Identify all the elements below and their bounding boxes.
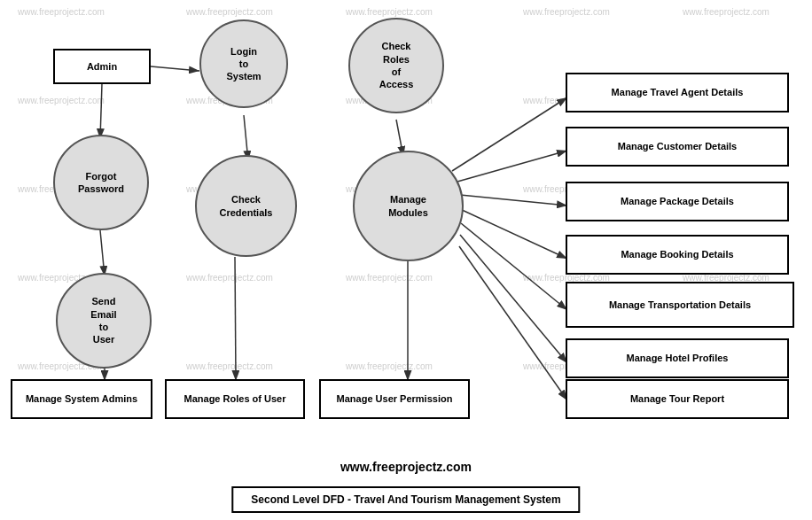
watermark-22: www.freeprojectz.com — [186, 361, 273, 371]
watermark-3: www.freeprojectz.com — [346, 7, 433, 17]
footer-url: www.freeprojectz.com — [0, 460, 812, 474]
svg-line-1 — [151, 66, 199, 71]
manage-modules-node: ManageModules — [353, 151, 464, 261]
watermark-5: www.freeprojectz.com — [683, 7, 769, 17]
login-node: LogintoSystem — [199, 19, 288, 108]
watermark-18: www.freeprojectz.com — [346, 273, 433, 283]
footer-title: Second Level DFD - Travel And Tourism Ma… — [231, 486, 580, 513]
svg-line-10 — [460, 235, 567, 363]
send-email-node: SendEmailtoUser — [56, 273, 152, 369]
svg-line-5 — [100, 230, 105, 276]
watermark-2: www.freeprojectz.com — [186, 7, 273, 17]
manage-package-node: Manage Package Details — [566, 182, 789, 221]
forgot-password-node: ForgotPassword — [53, 135, 149, 230]
manage-customer-node: Manage Customer Details — [566, 127, 789, 167]
check-roles-node: CheckRolesofAccess — [348, 18, 444, 113]
svg-line-4 — [100, 84, 102, 139]
svg-line-9 — [459, 246, 567, 400]
svg-line-11 — [461, 223, 567, 310]
svg-line-7 — [235, 257, 236, 381]
manage-booking-node: Manage Booking Details — [566, 235, 789, 275]
check-credentials-node: CheckCredentials — [195, 155, 297, 257]
manage-roles-node: Manage Roles of User — [165, 379, 305, 419]
svg-line-13 — [460, 195, 567, 206]
manage-transport-node: Manage Transportation Details — [566, 282, 794, 328]
svg-line-15 — [452, 97, 567, 171]
manage-hotel-node: Manage Hotel Profiles — [566, 338, 789, 378]
svg-line-14 — [457, 151, 567, 182]
manage-user-permission-node: Manage User Permission — [319, 379, 470, 419]
watermark-1: www.freeprojectz.com — [18, 7, 105, 17]
manage-tour-node: Manage Tour Report — [566, 379, 789, 419]
svg-line-12 — [460, 209, 567, 259]
watermark-4: www.freeprojectz.com — [523, 7, 610, 17]
watermark-17: www.freeprojectz.com — [186, 273, 273, 283]
watermark-6: www.freeprojectz.com — [18, 96, 105, 105]
manage-travel-node: Manage Travel Agent Details — [566, 73, 789, 113]
watermark-23: www.freeprojectz.com — [346, 361, 433, 371]
diagram-container: www.freeprojectz.com www.freeprojectz.co… — [0, 0, 812, 520]
manage-system-admins-node: Manage System Admins — [11, 379, 152, 419]
admin-node: Admin — [53, 49, 151, 84]
